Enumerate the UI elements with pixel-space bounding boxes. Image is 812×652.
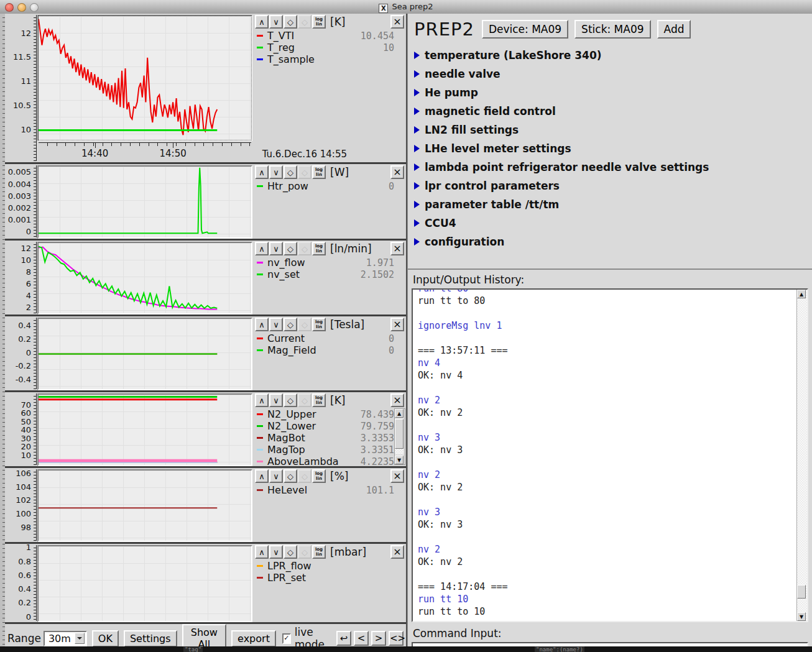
legend-entry[interactable]: Htr_pow0 [255, 180, 405, 192]
tree-item-magnetic[interactable]: magnetic field control [413, 102, 812, 121]
scroll-up-icon[interactable]: ▲ [395, 409, 404, 418]
io-history-scrollbar[interactable]: ▲ ▼ [796, 290, 807, 621]
plot-area[interactable] [37, 165, 252, 239]
tree-item-lhe[interactable]: LHe level meter settings [413, 139, 812, 158]
log-lin-button[interactable]: loglin [312, 469, 326, 483]
zoom-box-button[interactable]: ◇ [298, 393, 311, 407]
scale-down-button[interactable]: ∨ [269, 545, 283, 559]
scale-down-button[interactable]: ∨ [269, 469, 283, 483]
legend-entry[interactable]: LPR_set [255, 572, 405, 584]
legend-scrollbar[interactable]: ▲▼ [394, 408, 405, 465]
plot-area[interactable] [37, 15, 252, 141]
log-lin-button[interactable]: loglin [312, 15, 326, 29]
device-button[interactable]: Device: MA09 [482, 20, 568, 39]
step-back-button[interactable]: < [354, 631, 369, 646]
step-forward-button[interactable]: > [371, 631, 386, 646]
scale-up-button[interactable]: ∧ [255, 545, 269, 559]
plot-area[interactable] [37, 545, 252, 622]
scale-up-button[interactable]: ∧ [255, 165, 269, 179]
legend-entry[interactable]: T_sample [255, 53, 405, 65]
scale-up-button[interactable]: ∧ [255, 242, 269, 255]
chevron-down-icon[interactable] [75, 633, 85, 644]
window-titlebar[interactable]: XSea prep2 [0, 0, 812, 14]
export-button[interactable]: export [231, 630, 276, 647]
zoom-box-button[interactable]: ◇ [298, 318, 311, 331]
scale-up-button[interactable]: ∧ [255, 393, 269, 407]
tree-item-lambda[interactable]: lambda point refrigerator needle valve s… [413, 158, 812, 177]
tree-item-parameter[interactable]: parameter table /tt/tm [413, 195, 812, 214]
scale-down-button[interactable]: ∨ [269, 15, 283, 29]
legend-entry[interactable]: nv_flow1.971 [255, 257, 405, 269]
tree-item-configuration[interactable]: configuration [413, 232, 812, 251]
scale-down-button[interactable]: ∨ [269, 165, 283, 179]
autoscale-button[interactable]: ◇ [284, 318, 297, 331]
close-chart-button[interactable]: × [390, 318, 404, 331]
tree-item-ln2[interactable]: LN2 fill settings [413, 121, 812, 139]
close-chart-button[interactable]: × [390, 242, 404, 255]
close-chart-button[interactable]: × [390, 165, 404, 179]
stick-button[interactable]: Stick: MA09 [574, 20, 650, 39]
ok-button[interactable]: OK [92, 630, 119, 647]
log-lin-button[interactable]: loglin [312, 393, 326, 407]
scale-up-button[interactable]: ∧ [255, 318, 269, 331]
scale-up-button[interactable]: ∧ [255, 15, 269, 29]
plot-area[interactable] [37, 469, 252, 542]
legend-entry[interactable]: Mag_Field0 [255, 344, 405, 356]
expand-range-button[interactable]: <> [389, 631, 404, 646]
close-chart-button[interactable]: × [390, 469, 404, 483]
log-lin-button[interactable]: loglin [312, 318, 326, 331]
legend-entry[interactable]: Current0 [255, 333, 405, 344]
range-dropdown[interactable]: 30m [44, 631, 87, 646]
legend-entry[interactable]: T_VTI10.454 [255, 30, 405, 42]
plot-area[interactable] [37, 242, 252, 315]
plot-area[interactable] [37, 318, 252, 390]
autoscale-button[interactable]: ◇ [284, 469, 297, 483]
zoom-box-button[interactable]: ◇ [298, 165, 311, 179]
scale-down-button[interactable]: ∨ [269, 242, 283, 255]
autoscale-button[interactable]: ◇ [284, 393, 297, 407]
add-button[interactable]: Add [657, 20, 691, 39]
zoom-box-button[interactable]: ◇ [298, 242, 311, 255]
scroll-down-icon[interactable]: ▼ [797, 612, 806, 621]
legend-entry[interactable]: AboveLambda4.2235 [255, 456, 405, 467]
legend-entry[interactable]: HeLevel101.1 [255, 484, 405, 496]
scale-down-button[interactable]: ∨ [269, 318, 283, 331]
live-mode-checkbox[interactable]: ✓ [282, 633, 291, 644]
log-lin-button[interactable]: loglin [312, 545, 326, 559]
scroll-down-icon[interactable]: ▼ [395, 456, 404, 464]
close-chart-button[interactable]: × [390, 393, 404, 407]
scale-up-button[interactable]: ∧ [255, 469, 269, 483]
autoscale-button[interactable]: ◇ [284, 545, 297, 559]
close-chart-button[interactable]: × [390, 15, 404, 29]
plot-area[interactable] [37, 393, 252, 466]
legend-entry[interactable]: N2_Lower79.759 [255, 420, 405, 432]
autoscale-button[interactable]: ◇ [284, 15, 297, 29]
tree-item-needle[interactable]: needle valve [413, 65, 812, 83]
tree-item-ccu4[interactable]: CCU4 [413, 214, 812, 232]
legend-entry[interactable]: MagTop3.3351 [255, 444, 405, 456]
tree-item-temperature[interactable]: temperature (LakeShore 340) [413, 46, 812, 65]
scroll-up-icon[interactable]: ▲ [797, 290, 806, 298]
io-history-box[interactable]: run tt 80run tt to 80 ignoreMsg lnv 1 ==… [412, 288, 808, 622]
log-lin-button[interactable]: loglin [312, 165, 326, 179]
scale-down-button[interactable]: ∨ [269, 393, 283, 407]
zoom-box-button[interactable]: ◇ [298, 15, 311, 29]
jump-latest-button[interactable]: ↩ [336, 631, 351, 646]
tree-item-he[interactable]: He pump [413, 83, 812, 102]
close-chart-button[interactable]: × [390, 545, 404, 559]
legend-entry[interactable]: N2_Upper78.439 [255, 408, 405, 420]
autoscale-button[interactable]: ◇ [284, 242, 297, 255]
scrollbar-trough[interactable] [395, 449, 404, 454]
zoom-box-button[interactable]: ◇ [298, 545, 311, 559]
legend-entry[interactable]: nv_set2.1502 [255, 269, 405, 280]
scrollbar-thumb[interactable] [797, 585, 806, 599]
log-lin-button[interactable]: loglin [312, 242, 326, 255]
tree-item-lpr[interactable]: lpr control parameters [413, 177, 812, 195]
zoom-box-button[interactable]: ◇ [298, 469, 311, 483]
scrollbar-thumb[interactable] [395, 419, 404, 449]
legend-entry[interactable]: LPR_flow [255, 560, 405, 572]
legend-entry[interactable]: T_reg10 [255, 42, 405, 53]
autoscale-button[interactable]: ◇ [284, 165, 297, 179]
settings-button[interactable]: Settings [124, 630, 177, 647]
legend-entry[interactable]: MagBot3.3353 [255, 432, 405, 444]
